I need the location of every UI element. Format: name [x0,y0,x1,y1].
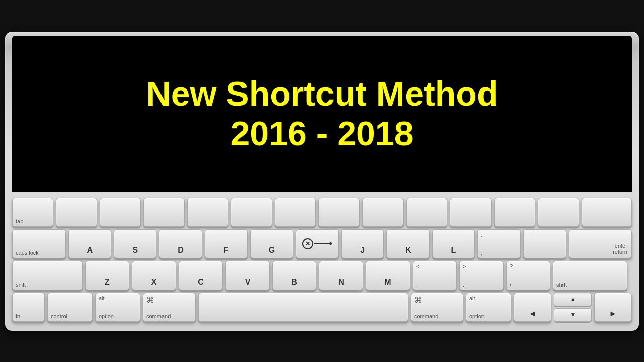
key-v[interactable]: V [225,261,270,290]
key-backslash[interactable] [582,198,632,227]
key-enter[interactable]: enter return [569,229,632,258]
tab-row: tab [12,198,632,227]
key-arrow-left[interactable]: ◄ [514,293,551,322]
key-w[interactable] [100,198,141,227]
key-h[interactable]: ✕ [296,229,339,258]
keyboard-rows: tab [12,198,632,322]
key-a[interactable]: A [68,229,111,258]
key-period[interactable]: > . [459,261,504,290]
key-q[interactable] [56,198,97,227]
key-comma[interactable]: < , [413,261,457,290]
key-arrow-up-down: ▲ ▼ [554,293,592,322]
key-option-right[interactable]: alt option [466,293,511,322]
key-i[interactable] [362,198,404,227]
key-quote[interactable]: " ' [523,229,566,258]
key-b[interactable]: B [272,261,316,290]
key-fn[interactable]: fn [12,293,45,322]
key-arrow-right[interactable]: ► [594,293,632,322]
key-o[interactable] [406,198,447,227]
key-t[interactable] [231,198,272,227]
key-option-left[interactable]: alt option [95,293,140,322]
key-j[interactable]: J [341,229,384,258]
key-f[interactable]: F [205,229,248,258]
key-control[interactable]: control [47,293,93,322]
title-line1: New Shortcut Method [146,74,498,113]
key-tab[interactable]: tab [12,198,53,227]
key-arrow-down[interactable]: ▼ [554,308,592,322]
key-semicolon[interactable]: : ; [477,229,520,258]
key-space[interactable] [198,293,408,322]
caps-row: caps lock A S D F G [12,229,632,258]
key-n[interactable]: N [319,261,363,290]
key-k[interactable]: K [386,229,429,258]
key-shift-right[interactable]: shift [553,261,627,290]
key-z[interactable]: Z [85,261,129,290]
bottom-row: fn control alt option ⌘ command ⌘ comman [12,293,632,322]
key-m[interactable]: M [366,261,410,290]
page-wrapper: New Shortcut Method 2016 - 2018 tab [0,0,644,362]
title-line2: 2016 - 2018 [231,114,414,153]
key-p[interactable] [450,198,491,227]
key-command-left[interactable]: ⌘ command [143,293,196,322]
key-s[interactable]: S [114,229,156,258]
key-e[interactable] [143,198,185,227]
key-shift-left[interactable]: shift [12,261,83,290]
keyboard-container: New Shortcut Method 2016 - 2018 tab [5,32,639,331]
key-c[interactable]: C [179,261,223,290]
cursor-graphic: ✕ [302,238,332,249]
key-bracket-open[interactable] [494,198,535,227]
key-arrow-up[interactable]: ▲ [554,293,592,306]
key-bracket-close[interactable] [538,198,579,227]
key-r[interactable] [187,198,228,227]
title-overlay: New Shortcut Method 2016 - 2018 [12,36,632,192]
key-d[interactable]: D [159,229,202,258]
key-command-right[interactable]: ⌘ command [411,293,463,322]
key-caps-lock[interactable]: caps lock [12,229,66,258]
key-u[interactable] [318,198,360,227]
key-x[interactable]: X [132,261,176,290]
shift-row: shift Z X C V B N [12,261,632,290]
key-slash[interactable]: ? / [506,261,550,290]
key-y[interactable] [275,198,316,227]
key-g[interactable]: G [250,229,293,258]
key-l[interactable]: L [432,229,475,258]
